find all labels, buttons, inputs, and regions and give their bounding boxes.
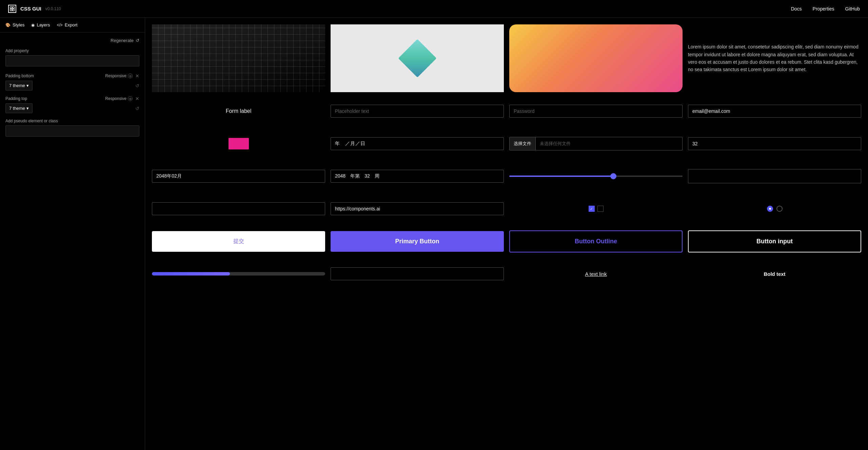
nav-github[interactable]: GitHub (845, 6, 860, 12)
radio-container (767, 206, 783, 212)
color-swatch[interactable] (229, 138, 249, 149)
svg-rect-3 (13, 9, 14, 11)
building-image (152, 24, 325, 92)
email-input-cell (688, 98, 861, 125)
lorem-text-cell: Lorem ipsum dolor sit amet, consetetur s… (688, 24, 861, 92)
regenerate-button[interactable]: Regenerate ↺ (111, 38, 139, 43)
outline-button-cell: Button Outline (509, 228, 683, 255)
pseudo-label: Add pseudo element or class (5, 119, 139, 123)
svg-rect-0 (10, 7, 12, 8)
add-property-input[interactable] (5, 55, 139, 66)
tab-layers[interactable]: ◉ Layers (31, 21, 50, 29)
radio-cell (688, 195, 861, 222)
nav-docs[interactable]: Docs (791, 6, 802, 12)
placeholder-input-cell (331, 98, 504, 125)
padding-top-responsive: Responsive ◎ (105, 96, 133, 101)
sidebar-tabs: 🎨 Styles ◉ Layers </> Export (0, 18, 145, 33)
app-version: v0.0.110 (45, 6, 61, 11)
form-label: Form label (226, 108, 252, 114)
tab-styles[interactable]: 🎨 Styles (5, 21, 24, 29)
range-fill (509, 176, 613, 177)
checkbox-cell: ✓ (509, 195, 683, 222)
radio-unselected[interactable] (776, 206, 783, 212)
color-swatch-cell (152, 130, 325, 157)
checkbox-unchecked[interactable] (597, 206, 604, 212)
bold-text-cell: Bold text (688, 260, 861, 287)
diamond-image-cell (331, 24, 504, 92)
checkbox-checked[interactable]: ✓ (589, 206, 595, 212)
file-input-container: 选择文件 未选择任何文件 (509, 137, 683, 150)
diamond-shape (397, 38, 438, 79)
tab-styles-label: Styles (13, 22, 24, 27)
radio-selected[interactable] (767, 206, 773, 212)
url-input[interactable] (331, 202, 504, 215)
padding-top-controls: Responsive ◎ ✕ (105, 96, 139, 101)
padding-bottom-controls: Responsive ◎ ✕ (105, 73, 139, 79)
input-button[interactable]: Button input (688, 230, 861, 252)
form-label-cell: Form label (152, 98, 325, 125)
empty-input-cell (688, 163, 861, 190)
sidebar: 🎨 Styles ◉ Layers </> Export Regenerate … (0, 18, 145, 450)
pseudo-section: Add pseudo element or class (5, 119, 139, 137)
outline-button[interactable]: Button Outline (509, 230, 683, 252)
responsive-icon-top: ◎ (128, 96, 133, 101)
tab-export[interactable]: </> Export (57, 21, 77, 29)
nav-properties[interactable]: Properties (813, 6, 834, 12)
chevron-down-icon: ▾ (26, 83, 29, 88)
progress-fill (152, 272, 230, 275)
padding-top-value-row: 7 theme ▾ ↺ (5, 103, 139, 113)
primary-button-cell: Primary Button (331, 228, 504, 255)
range-thumb[interactable] (610, 173, 616, 179)
submit-button-cell: 提交 (152, 228, 325, 255)
padding-bottom-header: Padding bottom Responsive ◎ ✕ (5, 73, 139, 79)
file-choose-button[interactable]: 选择文件 (510, 137, 536, 150)
month-input[interactable] (152, 170, 325, 183)
password-input[interactable] (509, 105, 683, 118)
export-icon: </> (57, 23, 62, 27)
text-link[interactable]: A text link (585, 271, 607, 277)
padding-top-section: Padding top Responsive ◎ ✕ 7 theme ▾ ↺ (5, 96, 139, 113)
add-property-section: Add property (5, 48, 139, 73)
padding-top-close[interactable]: ✕ (135, 96, 139, 101)
tab-layers-label: Layers (37, 22, 50, 27)
diamond-graphic (398, 39, 436, 77)
padding-top-refresh-icon[interactable]: ↺ (135, 106, 139, 111)
padding-bottom-refresh-icon[interactable]: ↺ (135, 83, 139, 88)
date-input[interactable] (331, 137, 504, 150)
bold-text: Bold text (764, 271, 785, 277)
checkbox-container: ✓ (589, 206, 604, 212)
week-input-cell (331, 163, 504, 190)
range-slider-container (509, 174, 683, 178)
tab-export-label: Export (65, 22, 78, 27)
text-input-empty[interactable] (152, 202, 325, 215)
padding-top-dropdown[interactable]: 7 theme ▾ (5, 103, 33, 113)
bottom-text-input[interactable] (331, 267, 504, 280)
number-input[interactable] (688, 137, 861, 150)
range-slider-cell (509, 163, 683, 190)
padding-top-label: Padding top (5, 96, 27, 101)
email-input[interactable] (688, 105, 861, 118)
progress-bar-cell (152, 260, 325, 287)
padding-bottom-section: Padding bottom Responsive ◎ ✕ 7 theme ▾ (5, 73, 139, 90)
padding-bottom-value-row: 7 theme ▾ ↺ (5, 81, 139, 90)
padding-bottom-close[interactable]: ✕ (135, 73, 139, 79)
placeholder-input[interactable] (331, 105, 504, 118)
padding-bottom-value: 7 theme (9, 83, 25, 88)
app-logo-icon (8, 5, 16, 13)
empty-input[interactable] (688, 169, 861, 183)
password-input-cell (509, 98, 683, 125)
week-input[interactable] (331, 170, 504, 183)
primary-button[interactable]: Primary Button (331, 231, 504, 252)
pseudo-input[interactable] (5, 125, 139, 137)
url-input-cell (331, 195, 504, 222)
building-image-cell (152, 24, 325, 92)
header-nav: Docs Properties GitHub (791, 6, 860, 12)
padding-top-value: 7 theme (9, 106, 25, 111)
app-title: CSS GUI (20, 6, 41, 12)
gradient-cell (509, 24, 683, 92)
add-property-label: Add property (5, 48, 139, 53)
submit-button[interactable]: 提交 (152, 231, 325, 252)
regenerate-row: Regenerate ↺ (5, 38, 139, 43)
file-none-label: 未选择任何文件 (536, 137, 575, 150)
padding-bottom-dropdown[interactable]: 7 theme ▾ (5, 81, 33, 90)
